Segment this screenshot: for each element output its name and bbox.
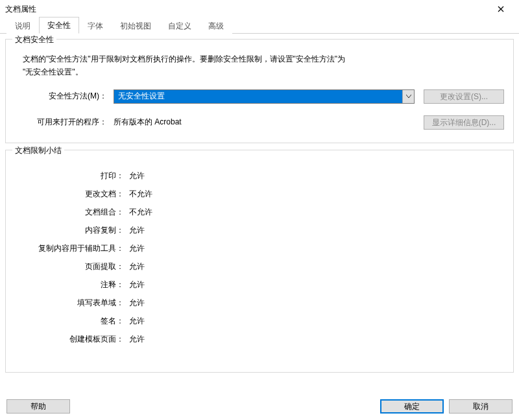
window-title: 文档属性	[5, 4, 488, 15]
restrict-label: 更改文档：	[18, 187, 129, 201]
tab-initial-view[interactable]: 初始视图	[112, 18, 160, 34]
dialog-footer: 帮助 确定 取消	[0, 393, 519, 420]
close-icon	[498, 6, 504, 12]
show-details-button: 显示详细信息(D)...	[424, 115, 504, 130]
restrict-label: 签名：	[18, 314, 129, 328]
tab-fonts[interactable]: 字体	[79, 18, 112, 34]
row-security-method: 安全性方法(M)： 无安全性设置 更改设置(S)...	[15, 89, 504, 104]
opener-label: 可用来打开的程序：	[15, 117, 114, 128]
titlebar: 文档属性	[0, 0, 519, 18]
tab-security[interactable]: 安全性	[39, 17, 79, 34]
group-restrictions: 文档限制小结 打印：允许 更改文档：不允许 文档组合：不允许 内容复制：允许 复…	[5, 150, 514, 373]
restrict-value: 允许	[129, 223, 145, 237]
security-description: 文档的"安全性方法"用于限制对文档所执行的操作。要删除安全性限制，请设置"安全性…	[23, 52, 504, 79]
restrict-row: 内容复制：允许	[18, 223, 501, 237]
restrict-label: 文档组合：	[18, 205, 129, 219]
dropdown-arrow	[402, 90, 414, 103]
restrict-value: 允许	[129, 169, 145, 183]
tab-custom[interactable]: 自定义	[160, 18, 200, 34]
restrict-row: 更改文档：不允许	[18, 187, 501, 201]
restrictions-list: 打印：允许 更改文档：不允许 文档组合：不允许 内容复制：允许 复制内容用于辅助…	[15, 158, 504, 359]
tab-advanced[interactable]: 高级	[200, 18, 232, 34]
restrict-row: 页面提取：允许	[18, 259, 501, 274]
security-method-value: 无安全性设置	[114, 91, 402, 102]
restrict-label: 内容复制：	[18, 223, 129, 237]
change-settings-button: 更改设置(S)...	[424, 89, 504, 104]
opener-value: 所有版本的 Acrobat	[114, 117, 415, 128]
restrict-value: 不允许	[129, 205, 152, 219]
security-desc-line1: 文档的"安全性方法"用于限制对文档所执行的操作。要删除安全性限制，请设置"安全性…	[23, 52, 504, 65]
restrict-label: 复制内容用于辅助工具：	[18, 241, 129, 255]
group-document-security: 文档安全性 文档的"安全性方法"用于限制对文档所执行的操作。要删除安全性限制，请…	[5, 39, 514, 143]
restrict-row: 签名：允许	[18, 314, 501, 328]
restrict-label: 页面提取：	[18, 259, 129, 274]
restrict-value: 不允许	[129, 187, 152, 201]
restrict-value: 允许	[129, 241, 145, 255]
help-button[interactable]: 帮助	[6, 399, 70, 414]
row-opener: 可用来打开的程序： 所有版本的 Acrobat 显示详细信息(D)...	[15, 115, 504, 130]
restrict-label: 创建模板页面：	[18, 332, 129, 346]
content-area: 文档安全性 文档的"安全性方法"用于限制对文档所执行的操作。要删除安全性限制，请…	[0, 34, 519, 373]
security-method-label: 安全性方法(M)：	[15, 91, 114, 102]
restrict-value: 允许	[129, 259, 145, 274]
restrict-row: 文档组合：不允许	[18, 205, 501, 219]
restrict-value: 允许	[129, 314, 145, 328]
security-method-select[interactable]: 无安全性设置	[114, 89, 415, 104]
security-desc-line2: "无安全性设置"。	[23, 65, 504, 78]
cancel-button[interactable]: 取消	[449, 399, 513, 414]
group-security-legend: 文档安全性	[12, 34, 56, 45]
tab-description[interactable]: 说明	[6, 18, 39, 34]
restrict-value: 允许	[129, 332, 145, 346]
chevron-down-icon	[406, 95, 411, 99]
ok-button[interactable]: 确定	[380, 399, 444, 414]
restrict-row: 填写表单域：允许	[18, 296, 501, 310]
restrict-label: 注释：	[18, 277, 129, 292]
restrict-row: 注释：允许	[18, 277, 501, 292]
group-restrictions-legend: 文档限制小结	[12, 145, 64, 156]
restrict-label: 打印：	[18, 169, 129, 183]
restrict-row: 打印：允许	[18, 169, 501, 183]
restrict-value: 允许	[129, 277, 145, 292]
restrict-label: 填写表单域：	[18, 296, 129, 310]
restrict-row: 创建模板页面：允许	[18, 332, 501, 346]
tab-bar: 说明 安全性 字体 初始视图 自定义 高级	[0, 18, 519, 34]
restrict-row: 复制内容用于辅助工具：允许	[18, 241, 501, 255]
restrict-value: 允许	[129, 296, 145, 310]
close-button[interactable]	[488, 0, 514, 18]
